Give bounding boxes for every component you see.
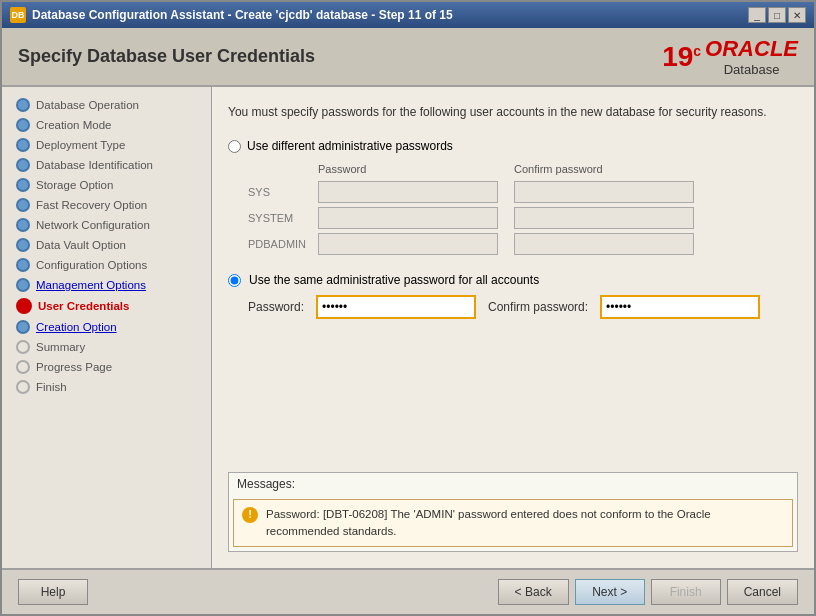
same-password-fields: Password: Confirm password: — [248, 295, 798, 319]
radio-different-section: Use different administrative passwords P… — [228, 139, 798, 257]
table-row: PDBADMIN — [248, 231, 702, 257]
warning-icon: ! — [242, 507, 258, 523]
oracle-version: 19c — [662, 41, 701, 73]
confirm-col-header: Confirm password — [506, 161, 702, 179]
radio-same-label: Use the same administrative password for… — [249, 273, 539, 287]
nav-buttons: < Back Next > Finish Cancel — [498, 579, 798, 605]
step-indicator-7 — [16, 238, 30, 252]
main-content: Database OperationCreation ModeDeploymen… — [2, 87, 814, 568]
app-icon: DB — [10, 7, 26, 23]
confirm-input-system[interactable] — [514, 207, 694, 229]
messages-header: Messages: — [229, 473, 797, 495]
oracle-brand: ORACLE — [705, 36, 798, 62]
page-title: Specify Database User Credentials — [18, 46, 315, 67]
confirm-password-input[interactable] — [600, 295, 760, 319]
window-title: Database Configuration Assistant - Creat… — [32, 8, 453, 22]
radio-group: Use different administrative passwords P… — [228, 139, 798, 319]
sidebar-item-4: Storage Option — [2, 175, 211, 195]
confirm-input-sys[interactable] — [514, 181, 694, 203]
step-indicator-10 — [16, 298, 32, 314]
step-indicator-3 — [16, 158, 30, 172]
back-button[interactable]: < Back — [498, 579, 569, 605]
radio-different-input[interactable] — [228, 140, 241, 153]
radio-same-option: Use the same administrative password for… — [228, 273, 798, 287]
step-indicator-2 — [16, 138, 30, 152]
title-bar-buttons: _ □ ✕ — [748, 7, 806, 23]
sidebar-item-0: Database Operation — [2, 95, 211, 115]
step-indicator-1 — [16, 118, 30, 132]
radio-same-input[interactable] — [228, 274, 241, 287]
password-col-header: Password — [318, 161, 506, 179]
close-button[interactable]: ✕ — [788, 7, 806, 23]
step-indicator-6 — [16, 218, 30, 232]
flex-spacer — [228, 329, 798, 454]
finish-button[interactable]: Finish — [651, 579, 721, 605]
pwd-input-pdbadmin[interactable] — [318, 233, 498, 255]
sidebar-item-13: Progress Page — [2, 357, 211, 377]
users-table: Password Confirm password SYSSYSTEMPDBAD… — [248, 161, 702, 257]
footer: Help < Back Next > Finish Cancel — [2, 568, 814, 614]
pwd-input-system[interactable] — [318, 207, 498, 229]
radio-same-section: Use the same administrative password for… — [228, 269, 798, 319]
sidebar-item-12: Summary — [2, 337, 211, 357]
step-indicator-5 — [16, 198, 30, 212]
title-bar: DB Database Configuration Assistant - Cr… — [2, 2, 814, 28]
step-indicator-4 — [16, 178, 30, 192]
confirm-field-label: Confirm password: — [488, 300, 588, 314]
step-indicator-14 — [16, 380, 30, 394]
oracle-sub: Database — [705, 62, 798, 77]
oracle-logo: 19c ORACLE Database — [662, 36, 798, 77]
radio-different-option: Use different administrative passwords — [228, 139, 798, 153]
intro-text: You must specify passwords for the follo… — [228, 103, 798, 121]
password-input[interactable] — [316, 295, 476, 319]
main-window: DB Database Configuration Assistant - Cr… — [0, 0, 816, 616]
next-button[interactable]: Next > — [575, 579, 645, 605]
sidebar-item-2: Deployment Type — [2, 135, 211, 155]
sidebar-item-8: Configuration Options — [2, 255, 211, 275]
radio-different-label: Use different administrative passwords — [247, 139, 453, 153]
maximize-button[interactable]: □ — [768, 7, 786, 23]
header-bar: Specify Database User Credentials 19c OR… — [2, 28, 814, 87]
pwd-input-sys[interactable] — [318, 181, 498, 203]
step-indicator-8 — [16, 258, 30, 272]
sidebar: Database OperationCreation ModeDeploymen… — [2, 87, 212, 568]
sidebar-item-9[interactable]: Management Options — [2, 275, 211, 295]
step-indicator-13 — [16, 360, 30, 374]
step-indicator-11 — [16, 320, 30, 334]
table-row: SYSTEM — [248, 205, 702, 231]
password-field-label: Password: — [248, 300, 304, 314]
minimize-button[interactable]: _ — [748, 7, 766, 23]
sidebar-item-1: Creation Mode — [2, 115, 211, 135]
password-table: Password Confirm password SYSSYSTEMPDBAD… — [248, 161, 798, 257]
sidebar-item-5: Fast Recovery Option — [2, 195, 211, 215]
step-indicator-9 — [16, 278, 30, 292]
message-text: Password: [DBT-06208] The 'ADMIN' passwo… — [266, 506, 784, 541]
cancel-button[interactable]: Cancel — [727, 579, 798, 605]
confirm-input-pdbadmin[interactable] — [514, 233, 694, 255]
content-area: You must specify passwords for the follo… — [212, 87, 814, 568]
sidebar-item-14: Finish — [2, 377, 211, 397]
user-col-header — [248, 161, 318, 179]
step-indicator-0 — [16, 98, 30, 112]
sidebar-item-11[interactable]: Creation Option — [2, 317, 211, 337]
sidebar-item-6: Network Configuration — [2, 215, 211, 235]
messages-section: Messages: ! Password: [DBT-06208] The 'A… — [228, 472, 798, 553]
title-bar-left: DB Database Configuration Assistant - Cr… — [10, 7, 453, 23]
help-button[interactable]: Help — [18, 579, 88, 605]
sidebar-item-3: Database Identification — [2, 155, 211, 175]
table-row: SYS — [248, 179, 702, 205]
step-indicator-12 — [16, 340, 30, 354]
sidebar-item-10: User Credentials — [2, 295, 211, 317]
sidebar-item-7: Data Vault Option — [2, 235, 211, 255]
message-box: ! Password: [DBT-06208] The 'ADMIN' pass… — [233, 499, 793, 548]
